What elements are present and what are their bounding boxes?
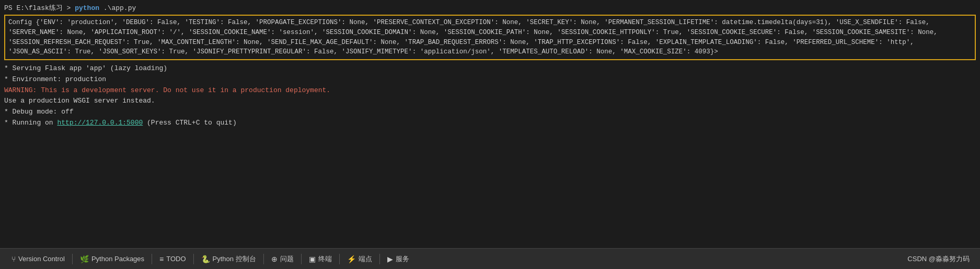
terminal-icon: ▣	[309, 255, 316, 263]
server-link[interactable]: http://127.0.0.1:5000	[57, 119, 143, 127]
python-packages-icon: 🌿	[80, 255, 89, 263]
version-control-label: Version Control	[18, 255, 65, 263]
output-section: * Serving Flask app 'app' (lazy loading)…	[4, 62, 976, 130]
status-bar: ⑂ Version Control 🌿 Python Packages ≡ TO…	[0, 248, 980, 269]
divider-6	[339, 254, 340, 264]
status-item-todo[interactable]: ≡ TODO	[153, 249, 192, 269]
divider-2	[152, 254, 152, 264]
divider-3	[193, 254, 194, 264]
status-item-endpoints[interactable]: ⚡ 端点	[341, 249, 378, 269]
endpoints-icon: ⚡	[347, 255, 356, 263]
status-item-python-console[interactable]: 🐍 Python 控制台	[195, 249, 262, 269]
status-bar-right: CSDN @淼淼努力码	[907, 254, 975, 264]
problems-label: 问题	[280, 254, 294, 264]
divider-5	[301, 254, 302, 264]
output-line-5: * Debug mode: off	[4, 107, 976, 118]
python-packages-label: Python Packages	[91, 255, 144, 263]
status-item-terminal[interactable]: ▣ 终端	[303, 249, 338, 269]
version-control-icon: ⑂	[11, 255, 16, 263]
services-label: 服务	[396, 254, 409, 264]
python-console-icon: 🐍	[201, 255, 210, 263]
output-line-4: Use a production WSGI server instead.	[4, 96, 976, 107]
status-item-python-packages[interactable]: 🌿 Python Packages	[74, 249, 151, 269]
divider-4	[263, 254, 264, 264]
divider-1	[72, 254, 73, 264]
status-item-problems[interactable]: ⊕ 问题	[265, 249, 300, 269]
prompt-prefix: PS E:\flask练习 >	[4, 4, 75, 12]
prompt-argument: .\app.py	[99, 4, 136, 12]
running-on-prefix: * Running on	[4, 119, 57, 127]
output-line-2: * Environment: production	[4, 74, 976, 85]
prompt-line: PS E:\flask练习 > python .\app.py	[4, 3, 976, 13]
output-line-warning: WARNING: This is a development server. D…	[4, 85, 976, 96]
python-console-label: Python 控制台	[213, 254, 256, 264]
right-label: CSDN @淼淼努力码	[907, 254, 970, 264]
problems-icon: ⊕	[271, 255, 278, 263]
terminal-area: PS E:\flask练习 > python .\app.py Config {…	[0, 0, 980, 248]
status-item-version-control[interactable]: ⑂ Version Control	[5, 249, 71, 269]
config-text: Config {'ENV': 'production', 'DEBUG': Fa…	[8, 19, 938, 55]
output-line-6: * Running on http://127.0.0.1:5000 (Pres…	[4, 118, 976, 129]
config-output-box: Config {'ENV': 'production', 'DEBUG': Fa…	[4, 15, 976, 60]
services-icon: ▶	[387, 255, 393, 263]
running-on-suffix: (Press CTRL+C to quit)	[143, 119, 236, 127]
prompt-command: python	[75, 4, 99, 12]
output-line-1: * Serving Flask app 'app' (lazy loading)	[4, 63, 976, 74]
endpoints-label: 端点	[359, 254, 372, 264]
divider-7	[379, 254, 380, 264]
todo-icon: ≡	[159, 255, 164, 263]
status-item-services[interactable]: ▶ 服务	[381, 249, 416, 269]
terminal-label: 终端	[318, 254, 332, 264]
todo-label: TODO	[166, 255, 186, 263]
